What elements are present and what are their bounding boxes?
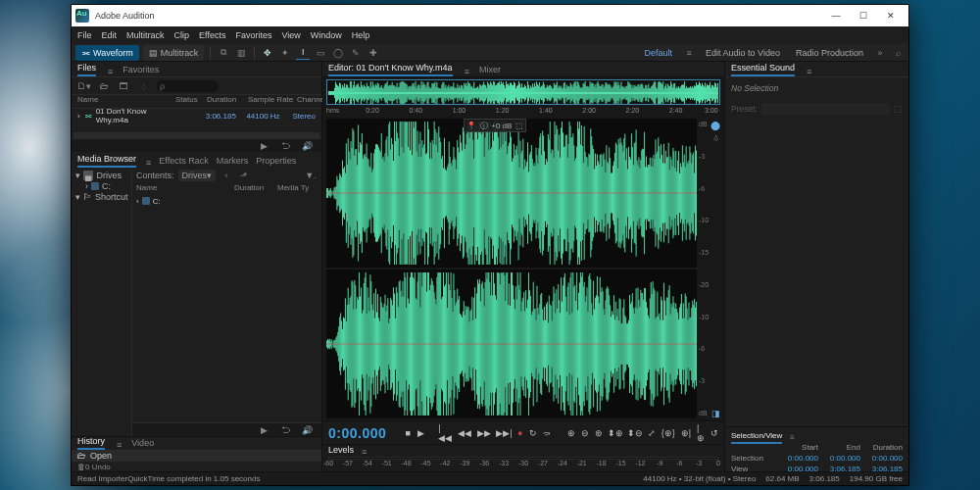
workspace-edit-audio-video[interactable]: Edit Audio to Video <box>700 46 786 60</box>
skip-selection-button[interactable]: ⤼ <box>543 426 551 440</box>
time-ruler[interactable]: hms 0:20 0:40 1:00 1:20 1:40 2:00 2:20 2… <box>326 107 720 119</box>
waveform-editor[interactable]: 📍 ⓘ +0 dB ⬚ dB-3 -6-10 -15-20 <box>326 119 720 418</box>
tab-properties[interactable]: Properties <box>256 156 296 168</box>
channel-left[interactable] <box>326 119 697 268</box>
file-row[interactable]: › ⫘ 01 Don't Know Why.m4a 3:06.185 44100… <box>72 109 321 122</box>
sv-sel-end[interactable]: 0:00.000 <box>824 454 860 463</box>
tab-effects-rack[interactable]: Effects Rack <box>159 156 208 168</box>
open-file-icon[interactable]: 🗁 <box>97 79 111 93</box>
menu-view[interactable]: View <box>281 30 300 40</box>
workspace-radio[interactable]: Radio Production <box>790 46 869 60</box>
mb-filter-icon[interactable]: ▼. <box>304 169 318 182</box>
tab-markers[interactable]: Markers <box>217 156 249 168</box>
levels-menu-icon[interactable]: ≡ <box>362 447 367 457</box>
razor-tool-icon[interactable]: ✦ <box>278 46 292 60</box>
menu-multitrack[interactable]: Multitrack <box>126 30 165 40</box>
play-button[interactable]: ▶ <box>417 426 424 440</box>
tab-selection-view[interactable]: Selection/View <box>731 431 782 444</box>
time-selection-tool-icon[interactable]: I <box>296 46 310 60</box>
menu-file[interactable]: File <box>77 30 92 40</box>
mode-waveform[interactable]: ⫘ Waveform <box>75 45 139 61</box>
close-button[interactable]: ✕ <box>877 5 905 26</box>
workspace-menu-icon[interactable]: ≡ <box>682 46 696 60</box>
mb-loop-icon[interactable]: ⮌ <box>278 423 292 437</box>
channel-l-icon[interactable]: ⬤ <box>710 121 720 130</box>
hud-overlay[interactable]: 📍 ⓘ +0 dB ⬚ <box>464 119 526 132</box>
loop-button[interactable]: ↻ <box>529 426 537 440</box>
tab-favorites[interactable]: Favorites <box>122 65 159 76</box>
workspace-default[interactable]: Default <box>639 46 679 60</box>
preview-loop-icon[interactable]: ⮌ <box>278 139 292 153</box>
menu-help[interactable]: Help <box>352 30 370 40</box>
heal-tool-icon[interactable]: ✚ <box>367 46 380 60</box>
history-item[interactable]: 🗁 Open <box>72 451 321 461</box>
preview-autoplay-icon[interactable]: 🔊 <box>300 139 314 153</box>
insert-clip-icon[interactable]: ⎀ <box>136 79 150 93</box>
tree-drives[interactable]: ▾▄Drives <box>75 170 127 180</box>
menu-favorites[interactable]: Favorites <box>235 30 271 40</box>
mb-play-icon[interactable]: ▶ <box>257 423 270 437</box>
new-file-icon[interactable]: 🗋▾ <box>77 79 91 93</box>
mb-autoplay-icon[interactable]: 🔊 <box>300 423 314 437</box>
hud-fx-icon[interactable]: ⓘ <box>480 121 488 131</box>
hud-pan-icon[interactable]: ⬚ <box>515 122 523 130</box>
zoom-to-marker-button[interactable]: ↺ <box>710 426 718 440</box>
tab-media-browser[interactable]: Media Browser <box>77 154 136 168</box>
hud-toggle-icon[interactable]: ⧉ <box>217 46 230 60</box>
pan-icon[interactable]: ⍙ <box>713 132 718 142</box>
tab-files[interactable]: Files <box>77 63 96 76</box>
move-tool-icon[interactable]: ✥ <box>261 46 274 60</box>
tab-essential-sound[interactable]: Essential Sound <box>731 63 795 76</box>
zoom-in-point-button[interactable]: ⊕| <box>681 426 691 440</box>
workspace-overflow-icon[interactable]: » <box>873 46 887 60</box>
mb-row[interactable]: › C: <box>132 195 321 207</box>
tree-shortcut[interactable]: ▾🏳Shortcut <box>75 191 127 202</box>
mb-col-mediatype[interactable]: Media Ty <box>277 183 309 195</box>
forward-button[interactable]: ▶▶ <box>477 426 491 440</box>
menu-clip[interactable]: Clip <box>174 30 190 40</box>
selection-view-menu-icon[interactable]: ≡ <box>790 433 795 442</box>
mb-col-name[interactable]: Name <box>136 183 234 195</box>
media-browser-menu-icon[interactable]: ≡ <box>146 158 151 168</box>
preset-dropdown[interactable] <box>761 103 890 115</box>
maximize-button[interactable]: ☐ <box>850 5 877 26</box>
channel-r-icon[interactable]: ◨ <box>711 409 720 418</box>
zoom-out-amp-button[interactable]: ⬍⊖ <box>628 426 642 440</box>
waveform-overview[interactable] <box>326 79 720 105</box>
marquee-tool-icon[interactable]: ▭ <box>314 46 327 60</box>
tab-history[interactable]: History <box>77 436 105 450</box>
minimize-button[interactable]: — <box>822 5 850 26</box>
search-help-icon[interactable]: ⌕ <box>891 46 905 60</box>
mb-up-icon[interactable]: ⬏ <box>237 169 251 182</box>
sv-sel-duration[interactable]: 0:00.000 <box>866 454 903 463</box>
rewind-button[interactable]: ◀◀ <box>458 426 471 440</box>
col-duration[interactable]: Duration <box>207 95 248 108</box>
go-to-prev-button[interactable]: |◀◀ <box>438 426 452 440</box>
menu-window[interactable]: Window <box>311 30 342 40</box>
preset-menu-icon[interactable]: ⬚ <box>894 104 903 114</box>
files-search-input[interactable]: ρ <box>156 80 219 92</box>
files-panel-menu-icon[interactable]: ≡ <box>108 67 113 76</box>
timecode-display[interactable]: 0:00.000 <box>328 425 386 441</box>
col-status[interactable]: Status <box>175 95 207 108</box>
mb-col-duration[interactable]: Duration <box>234 183 277 195</box>
zoom-out-time-button[interactable]: ⊖ <box>581 426 589 440</box>
editor-menu-icon[interactable]: ≡ <box>465 67 469 76</box>
essential-sound-menu-icon[interactable]: ≡ <box>807 67 811 76</box>
trash-icon[interactable]: 🗑 <box>77 463 85 471</box>
col-samplerate[interactable]: Sample Rate <box>248 95 297 108</box>
contents-dropdown[interactable]: Drives ▾ <box>178 170 217 181</box>
zoom-in-time-button[interactable]: ⊕ <box>567 426 575 440</box>
brush-tool-icon[interactable]: ✎ <box>349 46 363 60</box>
spectral-toggle-icon[interactable]: ▥ <box>234 46 248 60</box>
tree-drive-c[interactable]: ›C: <box>75 180 127 191</box>
zoom-in-amp-button[interactable]: ⬍⊕ <box>609 426 622 440</box>
tab-video[interactable]: Video <box>131 438 154 450</box>
channel-right[interactable] <box>326 270 697 418</box>
sv-sel-start[interactable]: 0:00.000 <box>782 454 818 463</box>
mode-multitrack[interactable]: ▤ Multitrack <box>143 45 205 61</box>
history-menu-icon[interactable]: ≡ <box>117 440 122 450</box>
zoom-out-point-button[interactable]: |⊕ <box>697 426 705 440</box>
disclosure-icon[interactable]: › <box>77 112 80 121</box>
tab-editor[interactable]: Editor: 01 Don't Know Why.m4a <box>328 63 453 76</box>
